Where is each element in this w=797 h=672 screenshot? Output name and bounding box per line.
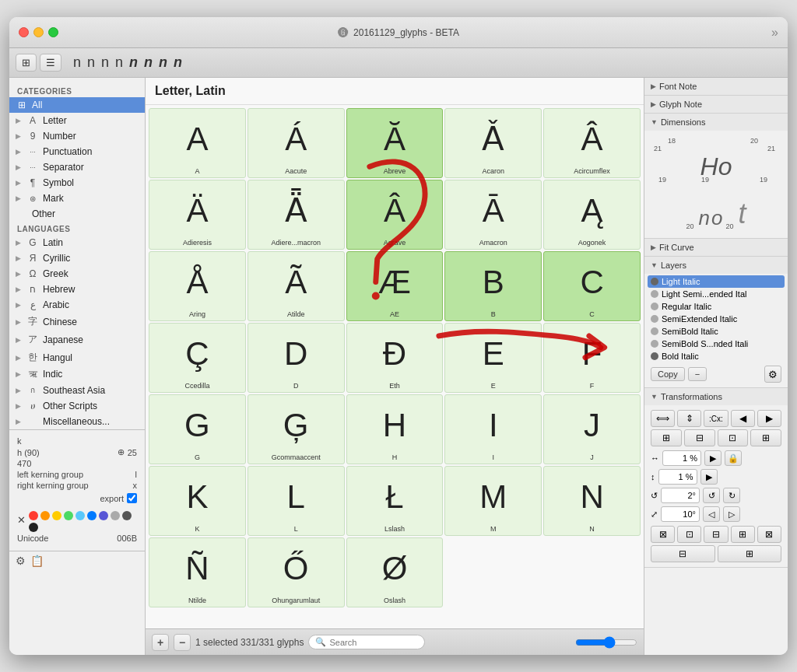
export-checkbox[interactable] bbox=[127, 493, 137, 503]
maximize-button[interactable] bbox=[48, 27, 58, 37]
glyph-cell[interactable]: ÂAgrave bbox=[346, 180, 444, 250]
search-input[interactable] bbox=[329, 638, 418, 647]
glyph-cell[interactable]: II bbox=[444, 394, 542, 464]
glyph-cell[interactable]: ŐOhungarumlaut bbox=[248, 537, 345, 607]
remove-layer-button[interactable]: − bbox=[688, 367, 707, 381]
glyph-cell[interactable]: ĄAogonek bbox=[543, 180, 641, 250]
skew-right-apply[interactable]: ▷ bbox=[723, 506, 740, 522]
glyph-cell[interactable]: ĢGcommaaccent bbox=[248, 394, 345, 464]
glyph-cell[interactable]: ÃAtilde bbox=[248, 251, 345, 321]
glyph-note-header[interactable]: ▶ Glyph Note bbox=[644, 96, 788, 113]
te-btn2[interactable]: ⊡ bbox=[677, 526, 701, 543]
glyph-cell[interactable]: AA bbox=[149, 108, 246, 178]
color-orange[interactable] bbox=[40, 511, 50, 520]
t2-btn3[interactable]: ⊡ bbox=[718, 429, 749, 446]
copy-layer-button[interactable]: Copy bbox=[651, 367, 685, 381]
info-button[interactable]: 📋 bbox=[30, 555, 44, 567]
glyph-cell[interactable]: CC bbox=[543, 251, 641, 321]
layer-semi-extended[interactable]: SemiExtended Italic bbox=[648, 313, 785, 325]
scale-v-input[interactable] bbox=[658, 469, 697, 485]
te-btn1[interactable]: ⊠ bbox=[651, 526, 675, 543]
color-dark-gray[interactable] bbox=[122, 511, 132, 520]
layer-regular-italic[interactable]: Regular Italic bbox=[648, 300, 785, 313]
te-btn5[interactable]: ⊠ bbox=[757, 526, 781, 543]
sidebar-item-mark[interactable]: ▶ ⊛ Mark bbox=[9, 191, 145, 206]
layers-header[interactable]: ▼ Layers bbox=[644, 257, 788, 274]
glyph-cell[interactable]: ŁLslash bbox=[346, 466, 444, 536]
color-red[interactable] bbox=[29, 511, 38, 520]
skew-left-apply[interactable]: ◁ bbox=[703, 506, 720, 522]
glyph-cell[interactable]: BB bbox=[444, 251, 542, 321]
sidebar-item-cyrillic[interactable]: ▶ Я Cyrillic bbox=[9, 250, 145, 266]
layer-light-italic[interactable]: Light Italic bbox=[648, 275, 785, 288]
remove-glyph-button[interactable]: − bbox=[174, 634, 191, 651]
sidebar-item-other-scripts[interactable]: ▶ ሀ Other Scripts bbox=[9, 398, 145, 414]
glyph-cell[interactable]: ÑNtilde bbox=[149, 537, 246, 607]
layer-semibold[interactable]: SemiBold Italic bbox=[648, 325, 785, 338]
glyph-cell[interactable]: HH bbox=[346, 394, 444, 464]
sidebar-item-indic[interactable]: ▶ ऋ Indic bbox=[9, 366, 145, 382]
sidebar-item-punctuation[interactable]: ▶ ··· Punctuation bbox=[9, 144, 145, 159]
lock-btn[interactable]: 🔒 bbox=[725, 450, 742, 466]
sidebar-item-greek[interactable]: ▶ Ω Greek bbox=[9, 266, 145, 282]
scale-h-input[interactable] bbox=[662, 450, 701, 466]
color-green[interactable] bbox=[64, 511, 73, 520]
glyph-cell[interactable]: ǍAcaron bbox=[444, 108, 542, 178]
sidebar-item-hebrew[interactable]: ▶ ח Hebrew bbox=[9, 282, 145, 297]
sidebar-item-hangul[interactable]: ▶ 한 Hangul bbox=[9, 348, 145, 366]
settings-button[interactable]: ⚙ bbox=[16, 555, 26, 567]
color-black[interactable] bbox=[29, 523, 38, 532]
sidebar-item-chinese[interactable]: ▶ 字 Chinese bbox=[9, 313, 145, 331]
glyph-cell[interactable]: JJ bbox=[543, 394, 641, 464]
sidebar-item-all[interactable]: ⊞ All bbox=[9, 97, 145, 113]
glyph-cell[interactable]: MM bbox=[444, 466, 542, 536]
sidebar-item-symbol[interactable]: ▶ ¶ Symbol bbox=[9, 175, 145, 191]
layer-semibold-s[interactable]: SemiBold S...nded Itali bbox=[648, 338, 785, 350]
t2-btn1[interactable]: ⊞ bbox=[651, 429, 682, 446]
sidebar-item-latin[interactable]: ▶ G Latin bbox=[9, 235, 145, 250]
flip-h-button[interactable]: ⟺ bbox=[651, 410, 675, 427]
te-btn3[interactable]: ⊟ bbox=[704, 526, 728, 543]
sidebar-item-arabic[interactable]: ▶ ع Arabic bbox=[9, 297, 145, 313]
glyph-cell[interactable]: ÆAE bbox=[346, 251, 444, 321]
rotate-cw-apply[interactable]: ↻ bbox=[723, 488, 740, 503]
fit-curve-header[interactable]: ▶ Fit Curve bbox=[644, 239, 788, 256]
glyph-cell[interactable]: ÂAcircumflex bbox=[543, 108, 641, 178]
sidebar-item-number[interactable]: ▶ 9 Number bbox=[9, 128, 145, 144]
close-button[interactable] bbox=[19, 27, 29, 37]
color-yellow[interactable] bbox=[52, 511, 61, 520]
t2-btn4[interactable]: ⊞ bbox=[750, 429, 781, 446]
glyph-cell[interactable]: ÐEth bbox=[346, 323, 444, 393]
glyph-cell[interactable]: ÅAring bbox=[149, 251, 246, 321]
glyph-cell[interactable]: ÄAdieresis bbox=[149, 180, 246, 250]
glyph-cell[interactable]: ÇCcedilla bbox=[149, 323, 246, 393]
glyph-cell[interactable]: ĂAbreve bbox=[346, 108, 444, 178]
glyph-cell[interactable]: KK bbox=[149, 466, 246, 536]
color-purple[interactable] bbox=[99, 511, 108, 520]
layer-gear-button[interactable]: ⚙ bbox=[764, 366, 781, 383]
zoom-slider[interactable] bbox=[575, 636, 637, 649]
te-btn4[interactable]: ⊞ bbox=[731, 526, 755, 543]
sidebar-item-southeast-asia[interactable]: ▶ ก Southeast Asia bbox=[9, 382, 145, 398]
te2-btn2[interactable]: ⊞ bbox=[718, 545, 782, 562]
glyph-cell[interactable]: GG bbox=[149, 394, 246, 464]
sidebar-item-letter[interactable]: ▶ A Letter bbox=[9, 113, 145, 128]
rotate-ccw-apply[interactable]: ↺ bbox=[703, 488, 720, 503]
scale-v-apply[interactable]: ▶ bbox=[700, 469, 718, 485]
sidebar-item-other[interactable]: Other bbox=[9, 206, 145, 222]
glyph-cell[interactable]: NN bbox=[543, 466, 641, 536]
glyph-cell[interactable]: DD bbox=[248, 323, 345, 393]
skew-input[interactable] bbox=[661, 506, 700, 522]
glyph-cell[interactable]: ĀAmacron bbox=[444, 180, 542, 250]
layer-light-semi-extended[interactable]: Light Semi...ended Ital bbox=[648, 288, 785, 300]
move-right-button[interactable]: ▶ bbox=[757, 410, 781, 427]
move-left-button[interactable]: ◀ bbox=[731, 410, 755, 427]
glyph-cell[interactable]: ǞAdiere...macron bbox=[248, 180, 345, 250]
color-blue[interactable] bbox=[87, 511, 97, 520]
color-light-blue[interactable] bbox=[75, 511, 85, 520]
transformations-header[interactable]: ▼ Transformations bbox=[644, 388, 788, 405]
glyph-cell[interactable]: ÁAacute bbox=[248, 108, 345, 178]
add-glyph-button[interactable]: + bbox=[152, 634, 169, 651]
expand-icon[interactable]: » bbox=[771, 26, 778, 40]
te2-btn1[interactable]: ⊟ bbox=[651, 545, 715, 562]
